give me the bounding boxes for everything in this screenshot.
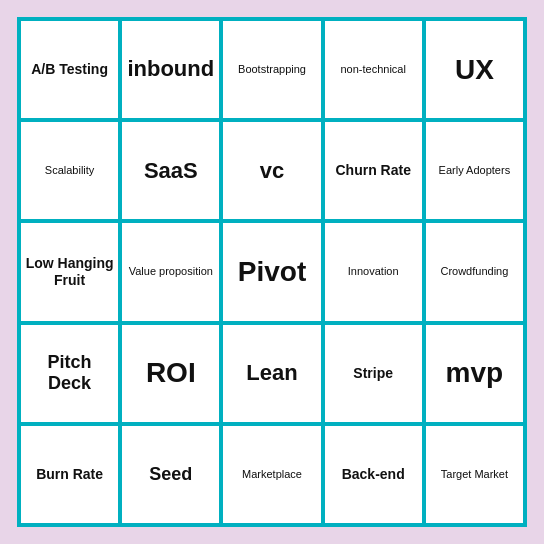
- cell-text-3: non-technical: [340, 63, 405, 76]
- cell-text-8: Churn Rate: [335, 162, 410, 179]
- bingo-cell-22: Marketplace: [221, 424, 322, 525]
- cell-text-13: Innovation: [348, 265, 399, 278]
- bingo-cell-12: Pivot: [221, 221, 322, 322]
- cell-text-24: Target Market: [441, 468, 508, 481]
- cell-text-22: Marketplace: [242, 468, 302, 481]
- cell-text-11: Value proposition: [129, 265, 213, 278]
- cell-text-0: A/B Testing: [31, 61, 108, 78]
- cell-text-20: Burn Rate: [36, 466, 103, 483]
- cell-text-1: inbound: [127, 56, 214, 82]
- bingo-cell-8: Churn Rate: [323, 120, 424, 221]
- bingo-cell-11: Value proposition: [120, 221, 221, 322]
- cell-text-7: vc: [260, 158, 284, 184]
- bingo-cell-21: Seed: [120, 424, 221, 525]
- bingo-cell-3: non-technical: [323, 19, 424, 120]
- cell-text-5: Scalability: [45, 164, 95, 177]
- bingo-cell-6: SaaS: [120, 120, 221, 221]
- bingo-cell-24: Target Market: [424, 424, 525, 525]
- bingo-cell-15: Pitch Deck: [19, 323, 120, 424]
- bingo-cell-13: Innovation: [323, 221, 424, 322]
- cell-text-10: Low Hanging Fruit: [25, 255, 114, 289]
- cell-text-19: mvp: [446, 356, 504, 390]
- bingo-cell-5: Scalability: [19, 120, 120, 221]
- cell-text-2: Bootstrapping: [238, 63, 306, 76]
- bingo-cell-0: A/B Testing: [19, 19, 120, 120]
- cell-text-4: UX: [455, 53, 494, 87]
- bingo-cell-18: Stripe: [323, 323, 424, 424]
- cell-text-18: Stripe: [353, 365, 393, 382]
- bingo-cell-14: Crowdfunding: [424, 221, 525, 322]
- cell-text-12: Pivot: [238, 255, 306, 289]
- bingo-cell-1: inbound: [120, 19, 221, 120]
- bingo-cell-10: Low Hanging Fruit: [19, 221, 120, 322]
- cell-text-14: Crowdfunding: [440, 265, 508, 278]
- cell-text-17: Lean: [246, 360, 297, 386]
- cell-text-15: Pitch Deck: [25, 352, 114, 395]
- bingo-cell-2: Bootstrapping: [221, 19, 322, 120]
- bingo-cell-9: Early Adopters: [424, 120, 525, 221]
- cell-text-16: ROI: [146, 356, 196, 390]
- bingo-cell-19: mvp: [424, 323, 525, 424]
- bingo-cell-16: ROI: [120, 323, 221, 424]
- cell-text-9: Early Adopters: [439, 164, 511, 177]
- bingo-cell-20: Burn Rate: [19, 424, 120, 525]
- cell-text-6: SaaS: [144, 158, 198, 184]
- bingo-cell-7: vc: [221, 120, 322, 221]
- cell-text-23: Back-end: [342, 466, 405, 483]
- bingo-cell-23: Back-end: [323, 424, 424, 525]
- bingo-board: A/B TestinginboundBootstrappingnon-techn…: [17, 17, 527, 527]
- bingo-cell-4: UX: [424, 19, 525, 120]
- cell-text-21: Seed: [149, 464, 192, 486]
- bingo-cell-17: Lean: [221, 323, 322, 424]
